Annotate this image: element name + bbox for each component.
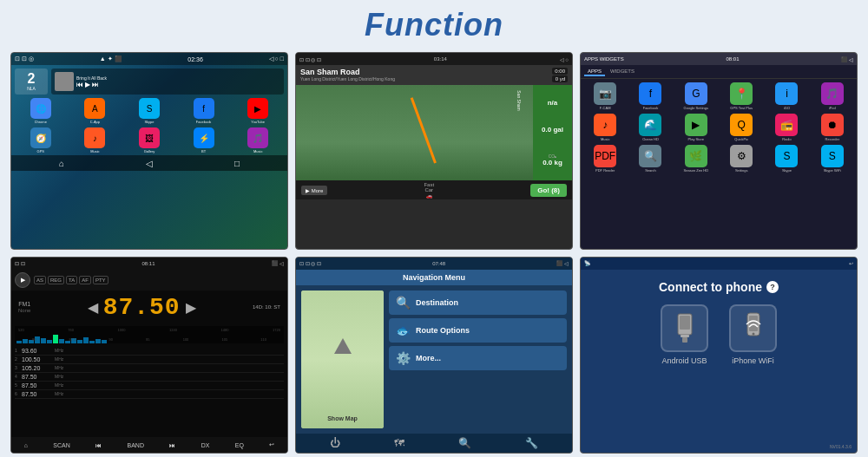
s2-more-btn[interactable]: ▶ More: [301, 186, 327, 195]
s2-bottom-controls[interactable]: ▶ More Fast Car 🚗 Go! (8): [296, 180, 572, 199]
s1-play-btn[interactable]: ▶: [85, 81, 90, 88]
s3-app-fcam-label: F-CAM: [600, 106, 611, 110]
s3-app-radio[interactable]: 📻 Radio: [766, 114, 807, 141]
s5-menu: 🔍 Destination 🐟 Route Options ⚙️ More...: [389, 291, 567, 429]
s4-tag-af[interactable]: AF: [79, 276, 91, 284]
s4-freq-row-4[interactable]: 4 87.50 MHz: [15, 373, 284, 382]
s5-settings-icon[interactable]: 🔧: [525, 437, 538, 449]
s4-controls[interactable]: ▶ AS REG TA AF PTY: [11, 270, 287, 291]
s4-prev-freq-btn[interactable]: ◀: [88, 299, 98, 316]
s2-nav: ◁ ○: [560, 56, 569, 62]
s2-go-btn[interactable]: Go! (8): [530, 184, 567, 197]
s4-freq-row-5[interactable]: 5 87.50 MHz: [15, 382, 284, 390]
s1-music-widget[interactable]: Bring It All Back ⏮ ▶ ⏭: [51, 69, 284, 95]
s4-eq-btn[interactable]: EQ: [235, 442, 244, 448]
s4-next-btn[interactable]: ⏭: [169, 442, 175, 448]
s2-street-label: San Sham: [516, 90, 521, 110]
screen-android-home: ⊡ ⊡ ◎ ▲ ✦ ⬛ 02:36 ◁ ○ □ 2 NLA Bring It A…: [10, 52, 288, 250]
s4-tag-ta[interactable]: TA: [66, 276, 77, 284]
s1-app-ali[interactable]: A C-App: [69, 98, 122, 124]
s5-map-preview[interactable]: Show Map: [301, 291, 384, 429]
s4-dx-btn[interactable]: DX: [201, 442, 210, 448]
svg-rect-1: [680, 316, 690, 330]
s2-route-stats: 0:00 0 yd: [552, 68, 568, 82]
s4-scan-btn[interactable]: SCAN: [53, 442, 69, 448]
s4-freq-row-1[interactable]: 1 93.60 MHz: [15, 347, 284, 356]
s1-next-btn[interactable]: ⏭: [92, 81, 99, 88]
s5-menu-route-options[interactable]: 🐟 Route Options: [389, 318, 567, 343]
s4-tag-as[interactable]: AS: [34, 276, 46, 284]
s6-help-icon[interactable]: ?: [766, 281, 779, 293]
s5-search-icon[interactable]: 🔍: [458, 437, 471, 449]
s3-app-recorder[interactable]: ⏺ Recorder: [812, 114, 853, 141]
s3-app-playstore[interactable]: ▶ Play Store: [675, 114, 717, 141]
s1-bottombar[interactable]: ⌂ ◁ □: [11, 155, 287, 171]
s3-tab-widgets[interactable]: WIDGETS: [607, 68, 638, 76]
s3-app-search[interactable]: 🔍 Search: [629, 145, 671, 173]
s1-app-facebook[interactable]: f Facebook: [178, 98, 230, 124]
s1-recent-btn[interactable]: □: [234, 159, 240, 168]
s1-widgets: 2 NLA Bring It All Back ⏮ ▶ ⏭: [11, 65, 287, 96]
s1-app-music[interactable]: ♪ Music: [69, 127, 122, 153]
s4-back-btn[interactable]: ↩: [269, 441, 274, 448]
s6-back-btn[interactable]: ↩: [849, 260, 853, 266]
s1-app-music2[interactable]: 🎵 Music: [232, 127, 284, 153]
s3-app-skypewifi[interactable]: S Skype WiFi: [812, 145, 853, 173]
s3-app-oceanhd[interactable]: 🌊 Ocean HD: [629, 114, 671, 141]
s4-band-btn[interactable]: BAND: [128, 442, 144, 448]
s1-app-compass[interactable]: 🧭 GPS: [15, 127, 67, 153]
s1-app-music2-label: Music: [253, 149, 262, 153]
s5-power-icon[interactable]: ⏻: [330, 437, 340, 449]
android-usb-icon: [661, 304, 708, 352]
s4-next-freq-btn[interactable]: ▶: [186, 299, 196, 316]
s3-app-igo[interactable]: i iGO: [766, 82, 807, 110]
s4-tag-reg[interactable]: REG: [48, 276, 64, 284]
svg-rect-3: [682, 337, 687, 343]
s3-app-music[interactable]: ♪ Music: [584, 114, 626, 141]
s1-app-skype[interactable]: S Skype: [123, 98, 175, 124]
s6-option-android[interactable]: Android USB: [661, 304, 708, 365]
s1-app-youtube[interactable]: ▶ YouTube: [232, 98, 284, 124]
s5-menu-destination[interactable]: 🔍 Destination: [389, 291, 567, 315]
s3-app-settings[interactable]: ⚙ Settings: [720, 145, 762, 173]
s2-time: 03:14: [434, 56, 447, 62]
s3-app-gsettings-label: Google Settings: [684, 106, 708, 110]
s3-app-pdfreader[interactable]: PDF PDF Reader: [584, 145, 626, 173]
s5-bottombar[interactable]: ⏻ 🗺 🔍 🔧: [296, 434, 572, 453]
s4-freq-row-2[interactable]: 2 100.50 MHz: [15, 356, 284, 364]
s4-tags[interactable]: AS REG TA AF PTY: [34, 276, 284, 284]
s3-tabs[interactable]: APPS WIDGETS: [581, 65, 857, 79]
s3-app-fcam[interactable]: 📷 F-CAM: [584, 82, 626, 110]
s5-menu-more[interactable]: ⚙️ More...: [389, 346, 567, 370]
s4-home-icon[interactable]: ⌂: [24, 442, 28, 448]
s4-freq-row-3[interactable]: 3 105.20 MHz: [15, 364, 284, 373]
s3-tab-apps[interactable]: APPS: [584, 68, 605, 76]
s4-bottombar[interactable]: ⌂ SCAN ⏮ BAND ⏭ DX EQ ↩: [11, 437, 287, 453]
s3-app-quickpic[interactable]: Q QuickPic: [720, 114, 762, 141]
s3-app-ipod[interactable]: 🎵 iPod: [812, 82, 853, 110]
s1-app-bluetooth[interactable]: ⚡ BT: [178, 127, 230, 153]
gallery-icon: 🖼: [139, 127, 160, 148]
s4-prev-btn[interactable]: ⏮: [95, 442, 102, 448]
s3-app-facebook[interactable]: f Facebook: [629, 82, 671, 110]
s3-app-gpstest[interactable]: 📍 GPS Test Plus: [720, 82, 762, 110]
s3-skype-icon: S: [775, 145, 798, 167]
s3-app-gsettings[interactable]: G Google Settings: [675, 82, 717, 110]
s1-app-chrome[interactable]: 🌐 Chrome: [15, 98, 67, 124]
s5-nav-icon[interactable]: 🗺: [394, 437, 404, 449]
s4-play-btn[interactable]: ▶: [15, 272, 30, 288]
s1-home-btn[interactable]: ⌂: [59, 159, 64, 168]
s1-back-btn[interactable]: ◁: [146, 159, 153, 168]
s1-music-controls[interactable]: ⏮ ▶ ⏭: [76, 81, 280, 88]
s4-tag-pty[interactable]: PTY: [93, 276, 108, 284]
s6-option-iphone[interactable]: iPhone WiFi: [729, 304, 777, 365]
screen-navigation-menu: ⊡ ⊡ ◎ ⊡ 07:48 ⬛ ◁ Navigation Menu Show M…: [295, 257, 573, 454]
screen-radio: ⊡ ⊡ 08:11 ⬛ ◁ ▶ AS REG TA AF PTY FM1 Non…: [10, 257, 288, 454]
s4-freq-row-6[interactable]: 6 87.50 MHz: [15, 390, 284, 399]
s1-app-compass-label: GPS: [37, 149, 44, 153]
svg-rect-5: [749, 316, 758, 331]
s1-prev-btn[interactable]: ⏮: [76, 81, 83, 88]
s1-app-gallery[interactable]: 🖼 Gallery: [123, 127, 175, 153]
s3-app-seasonzen[interactable]: 🌿 Season Zen HD: [675, 145, 717, 173]
s3-app-skype[interactable]: S Skype: [766, 145, 807, 173]
